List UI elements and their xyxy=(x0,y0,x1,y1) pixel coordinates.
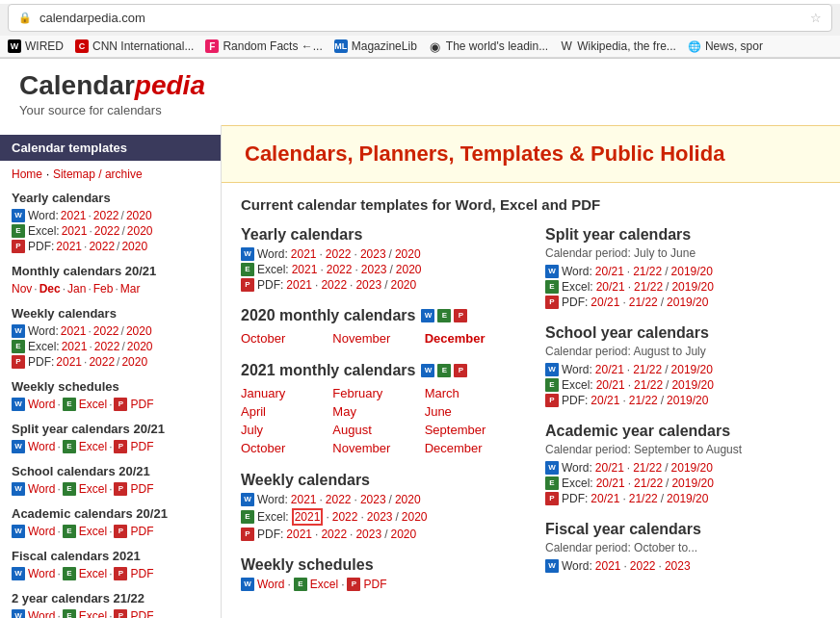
split-word[interactable]: Word xyxy=(28,440,55,453)
school-word-1920[interactable]: 2019/20 xyxy=(671,363,713,376)
feb-2021[interactable]: February xyxy=(332,385,424,401)
fiscal-word-2023[interactable]: 2023 xyxy=(665,559,691,573)
sep-2021[interactable]: September xyxy=(425,422,516,438)
school-pdf[interactable]: PDF xyxy=(130,482,153,496)
m-yearly-excel-2023[interactable]: 2023 xyxy=(361,263,387,276)
weekly-excel-2020[interactable]: 2020 xyxy=(402,510,428,524)
nav-sitemap[interactable]: Sitemap / archive xyxy=(53,167,143,181)
weekly-pdf-2022[interactable]: 2022 xyxy=(89,355,115,369)
split-pdf-1920[interactable]: 2019/20 xyxy=(667,296,708,309)
bookmark-ml[interactable]: ML MagazineLib xyxy=(334,39,417,53)
split-excel[interactable]: Excel xyxy=(79,440,107,453)
month-nov-2020[interactable]: November xyxy=(332,330,424,347)
month-jan[interactable]: Jan xyxy=(67,282,86,296)
bookmark-wiki[interactable]: W Wikipedia, the fre... xyxy=(560,39,676,53)
school-pdf-2122[interactable]: 21/22 xyxy=(629,394,658,407)
yearly-pdf-2021[interactable]: 2021 xyxy=(56,240,82,253)
acad-word-1920[interactable]: 2019/20 xyxy=(671,461,713,475)
split-excel-2122[interactable]: 21/22 xyxy=(634,280,663,294)
m-yearly-excel-2020[interactable]: 2020 xyxy=(396,263,422,276)
academic-word[interactable]: Word xyxy=(28,525,55,538)
weekly-excel-2020[interactable]: 2020 xyxy=(127,340,153,353)
acad-word-2122[interactable]: 21/22 xyxy=(633,461,662,475)
split-excel-1920[interactable]: 2019/20 xyxy=(671,280,713,294)
sched-pdf[interactable]: PDF xyxy=(363,578,386,591)
schedules-pdf[interactable]: PDF xyxy=(130,398,153,411)
weekly-word-2021[interactable]: 2021 xyxy=(61,324,87,338)
weekly-word-2021[interactable]: 2021 xyxy=(291,493,317,506)
bookmark-icon[interactable]: ☆ xyxy=(810,11,822,25)
bookmark-cnn[interactable]: C CNN International... xyxy=(75,39,194,53)
m-yearly-pdf-2023[interactable]: 2023 xyxy=(355,278,381,292)
yearly-excel-2021[interactable]: 2021 xyxy=(62,224,88,238)
m-yearly-word-2022[interactable]: 2022 xyxy=(326,247,352,261)
school-excel-2122[interactable]: 21/22 xyxy=(634,378,663,392)
split-pdf[interactable]: PDF xyxy=(130,440,153,453)
address-bar[interactable]: 🔒 calendarpedia.com ☆ xyxy=(8,4,832,32)
jan-2021[interactable]: January xyxy=(241,385,332,401)
weekly-word-2022[interactable]: 2022 xyxy=(326,493,352,506)
schedules-word[interactable]: Word xyxy=(28,398,55,411)
bookmark-gh[interactable]: ◉ The world's leadin... xyxy=(429,39,548,53)
month-mar[interactable]: Mar xyxy=(120,282,141,296)
acad-excel-2021[interactable]: 20/21 xyxy=(596,476,625,490)
bookmark-facts[interactable]: F Random Facts ←... xyxy=(205,39,322,53)
month-dec[interactable]: Dec xyxy=(39,282,61,296)
weekly-word-2022[interactable]: 2022 xyxy=(93,324,119,338)
weekly-pdf-2020[interactable]: 2020 xyxy=(121,355,147,369)
yearly-excel-2020[interactable]: 2020 xyxy=(127,224,153,238)
yearly-pdf-2022[interactable]: 2022 xyxy=(89,240,115,253)
m-yearly-word-2020[interactable]: 2020 xyxy=(395,247,421,261)
split-word-2021[interactable]: 20/21 xyxy=(595,265,624,278)
fiscal-pdf[interactable]: PDF xyxy=(130,567,153,580)
weekly-pdf-2023[interactable]: 2023 xyxy=(355,528,381,541)
yearly-word-2022[interactable]: 2022 xyxy=(93,209,119,222)
m-yearly-pdf-2021[interactable]: 2021 xyxy=(286,278,312,292)
split-pdf-2021[interactable]: 20/21 xyxy=(591,296,619,309)
school-word-2122[interactable]: 21/22 xyxy=(633,363,662,376)
oct-2021[interactable]: October xyxy=(241,440,332,456)
school-word-2021[interactable]: 20/21 xyxy=(595,363,624,376)
nov-2021[interactable]: November xyxy=(332,440,424,456)
acad-pdf-2122[interactable]: 21/22 xyxy=(629,492,658,505)
school-excel-1920[interactable]: 2019/20 xyxy=(671,378,713,392)
acad-excel-1920[interactable]: 2019/20 xyxy=(671,476,713,490)
fiscal-excel[interactable]: Excel xyxy=(79,567,107,580)
weekly-pdf-2022[interactable]: 2022 xyxy=(321,528,347,541)
weekly-excel-2021-link[interactable]: 2021 xyxy=(295,510,321,524)
weekly-excel-2023[interactable]: 2023 xyxy=(367,510,393,524)
acad-word-2021[interactable]: 20/21 xyxy=(595,461,624,475)
m-yearly-excel-2022[interactable]: 2022 xyxy=(327,263,353,276)
school-excel-2021[interactable]: 20/21 xyxy=(596,378,625,392)
yearly-pdf-2020[interactable]: 2020 xyxy=(121,240,147,253)
month-feb[interactable]: Feb xyxy=(93,282,114,296)
sched-excel[interactable]: Excel xyxy=(310,578,338,591)
jun-2021[interactable]: June xyxy=(425,403,516,420)
yearly-word-2021[interactable]: 2021 xyxy=(61,209,87,222)
m-yearly-pdf-2020[interactable]: 2020 xyxy=(390,278,416,292)
acad-pdf-1920[interactable]: 2019/20 xyxy=(667,492,708,505)
fiscal-word[interactable]: Word xyxy=(28,567,55,580)
bookmark-wired[interactable]: W WIRED xyxy=(8,39,64,53)
weekly-excel-2022[interactable]: 2022 xyxy=(94,340,120,353)
school-pdf-1920[interactable]: 2019/20 xyxy=(667,394,708,407)
jul-2021[interactable]: July xyxy=(241,422,332,438)
m-yearly-word-2023[interactable]: 2023 xyxy=(360,247,386,261)
yearly-word-2020[interactable]: 2020 xyxy=(126,209,152,222)
weekly-word-2020[interactable]: 2020 xyxy=(395,493,421,506)
dec-2021[interactable]: December xyxy=(425,440,516,456)
weekly-pdf-2021[interactable]: 2021 xyxy=(56,355,82,369)
month-dec-2020[interactable]: December xyxy=(425,330,516,347)
weekly-word-2023[interactable]: 2023 xyxy=(360,493,386,506)
nav-home[interactable]: Home xyxy=(12,167,42,181)
split-word-1920[interactable]: 2019/20 xyxy=(671,265,713,278)
apr-2021[interactable]: April xyxy=(241,403,332,420)
acad-pdf-2021[interactable]: 20/21 xyxy=(591,492,619,505)
school-pdf-2021[interactable]: 20/21 xyxy=(591,394,619,407)
2year-pdf[interactable]: PDF xyxy=(130,609,153,618)
m-yearly-pdf-2022[interactable]: 2022 xyxy=(321,278,347,292)
split-word-2122[interactable]: 21/22 xyxy=(633,265,662,278)
m-yearly-excel-2021[interactable]: 2021 xyxy=(292,263,318,276)
weekly-excel-2022[interactable]: 2022 xyxy=(332,510,358,524)
month-nov[interactable]: Nov xyxy=(12,282,32,296)
